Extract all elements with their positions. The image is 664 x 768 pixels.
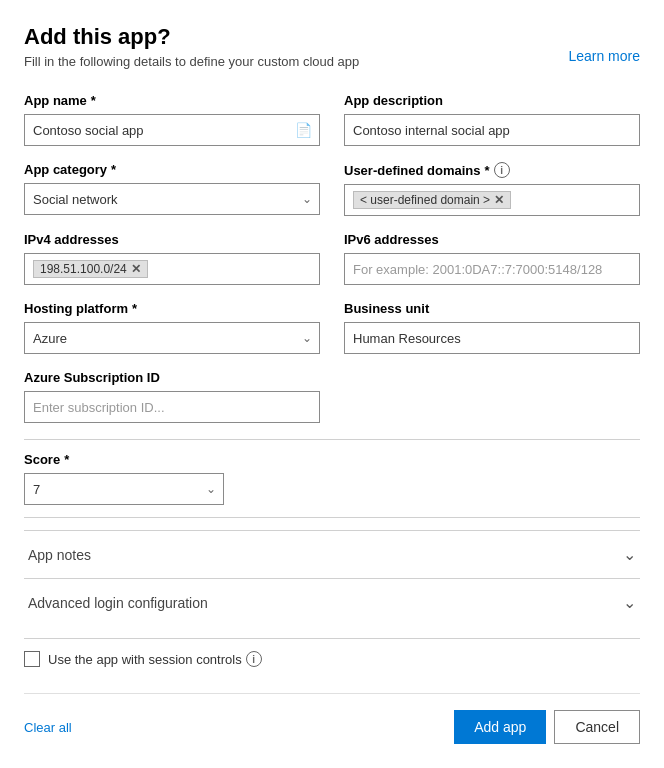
app-name-input-wrapper: 📄 [24,114,320,146]
business-unit-label: Business unit [344,301,640,316]
business-unit-input[interactable] [344,322,640,354]
session-controls-row: Use the app with session controls i [24,651,640,667]
session-controls-label: Use the app with session controls i [48,651,262,667]
ipv4-label: IPv4 addresses [24,232,320,247]
add-app-button[interactable]: Add app [454,710,546,744]
ipv6-col: IPv6 addresses [344,232,640,285]
advanced-login-label: Advanced login configuration [28,595,208,611]
cancel-button[interactable]: Cancel [554,710,640,744]
advanced-login-chevron-icon: ⌄ [623,593,636,612]
hosting-platform-col: Hosting platform * Azure ⌄ [24,301,320,354]
user-defined-domains-input[interactable]: < user-defined domain > ✕ [344,184,640,216]
hosting-platform-select[interactable]: Azure [24,322,320,354]
app-category-select-wrapper: Social network ⌄ [24,183,320,215]
azure-subscription-label: Azure Subscription ID [24,370,320,385]
azure-subscription-row: Azure Subscription ID [24,370,640,423]
form-row-4: Hosting platform * Azure ⌄ Business unit [24,301,640,354]
learn-more-link[interactable]: Learn more [568,48,640,64]
collapsible-sections-wrapper: App notes ⌄ Advanced login configuration… [24,530,640,626]
ipv6-label: IPv6 addresses [344,232,640,247]
app-name-input[interactable] [24,114,320,146]
ipv6-input[interactable] [344,253,640,285]
hosting-platform-label: Hosting platform * [24,301,320,316]
score-select[interactable]: 7 [24,473,224,505]
form-row-1: App name * 📄 App description [24,93,640,146]
score-select-wrapper: 7 ⌄ [24,473,224,505]
domain-tag-input[interactable] [515,193,631,208]
session-controls-info-icon[interactable]: i [246,651,262,667]
add-app-modal: Add this app? Fill in the following deta… [0,0,664,768]
app-notes-section[interactable]: App notes ⌄ [24,531,640,579]
modal-subtitle: Fill in the following details to define … [24,54,640,69]
azure-subscription-spacer [344,370,640,423]
app-description-col: App description [344,93,640,146]
azure-subscription-input[interactable] [24,391,320,423]
hosting-platform-select-wrapper: Azure ⌄ [24,322,320,354]
user-defined-domains-col: User-defined domains * i < user-defined … [344,162,640,216]
ipv4-tag-close-icon[interactable]: ✕ [131,262,141,276]
score-label: Score * [24,452,640,467]
clear-all-button[interactable]: Clear all [24,720,72,735]
app-name-label: App name * [24,93,320,108]
divider-3 [24,638,640,639]
app-description-input[interactable] [344,114,640,146]
modal-footer: Clear all Add app Cancel [24,693,640,744]
app-notes-label: App notes [28,547,91,563]
score-row: Score * 7 ⌄ [24,452,640,505]
session-controls-checkbox[interactable] [24,651,40,667]
ipv4-col: IPv4 addresses 198.51.100.0/24 ✕ [24,232,320,285]
form-row-2: App category * Social network ⌄ User-def… [24,162,640,216]
app-category-select[interactable]: Social network [24,183,320,215]
user-defined-domains-label: User-defined domains * i [344,162,640,178]
form-body: App name * 📄 App description App categor… [24,93,640,693]
ipv4-input-wrapper[interactable]: 198.51.100.0/24 ✕ [24,253,320,285]
ipv4-tag: 198.51.100.0/24 ✕ [33,260,148,278]
form-row-3: IPv4 addresses 198.51.100.0/24 ✕ IPv6 ad… [24,232,640,285]
app-category-label: App category * [24,162,320,177]
divider-1 [24,439,640,440]
divider-2 [24,517,640,518]
user-defined-domain-tag: < user-defined domain > ✕ [353,191,511,209]
app-name-col: App name * 📄 [24,93,320,146]
document-icon: 📄 [295,122,312,138]
app-category-col: App category * Social network ⌄ [24,162,320,216]
modal-header: Add this app? Fill in the following deta… [24,24,640,69]
ipv4-tag-input[interactable] [152,262,311,277]
business-unit-col: Business unit [344,301,640,354]
app-description-label: App description [344,93,640,108]
user-defined-domains-info-icon[interactable]: i [494,162,510,178]
domain-tag-close-icon[interactable]: ✕ [494,193,504,207]
modal-title: Add this app? [24,24,640,50]
app-notes-chevron-icon: ⌄ [623,545,636,564]
footer-buttons: Add app Cancel [454,710,640,744]
advanced-login-section[interactable]: Advanced login configuration ⌄ [24,579,640,626]
azure-subscription-col: Azure Subscription ID [24,370,320,423]
